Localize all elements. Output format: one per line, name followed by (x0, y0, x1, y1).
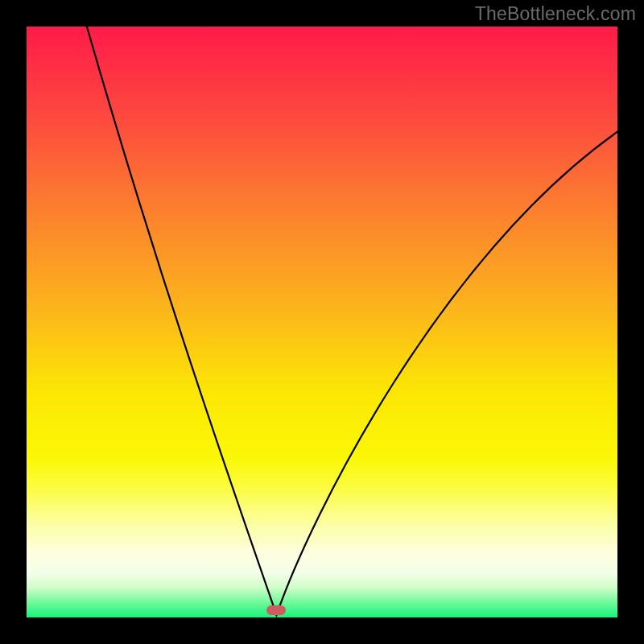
bottleneck-curve (27, 27, 617, 617)
watermark-text: TheBottleneck.com (475, 3, 636, 25)
optimal-point-marker (266, 605, 286, 615)
plot-area (27, 27, 617, 617)
outer-black-frame: TheBottleneck.com (0, 0, 644, 644)
